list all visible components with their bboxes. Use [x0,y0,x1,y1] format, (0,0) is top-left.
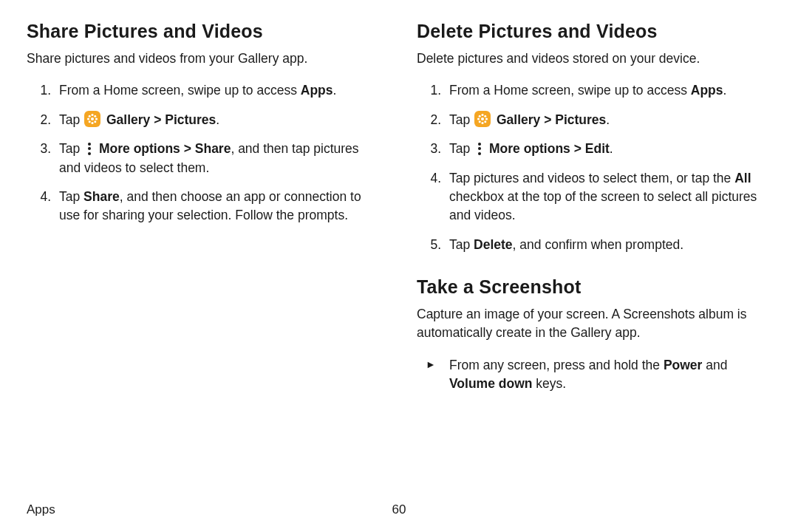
text: Tap [449,237,474,252]
bold-pictures: Pictures [165,112,216,127]
delete-step-5: Tap Delete, and confirm when prompted. [445,236,771,254]
text: > [180,141,195,156]
delete-steps: From a Home screen, swipe up to access A… [417,81,771,254]
bold-all: All [734,171,751,185]
screenshot-step-1: From any screen, press and hold the Powe… [445,356,771,394]
bold-power: Power [664,358,703,372]
svg-point-6 [94,115,96,117]
delete-step-3: Tap More options > Edit. [445,140,771,158]
svg-point-2 [91,122,93,124]
share-intro: Share pictures and videos from your Gall… [27,50,381,68]
svg-point-0 [91,117,94,120]
bold-apps: Apps [691,83,723,98]
text: . [606,112,610,127]
text: keys. [532,376,566,391]
text: Tap [59,141,83,156]
svg-point-17 [484,120,486,123]
screenshot-intro: Capture an image of your screen. A Scree… [417,305,771,343]
svg-point-8 [94,120,96,123]
more-options-icon [84,140,95,155]
text: . [216,112,219,127]
text: . [610,141,613,156]
text: > [150,112,165,127]
bold-apps: Apps [301,83,333,98]
footer-page-number: 60 [392,502,406,517]
text: Tap [59,112,83,127]
screenshot-steps: From any screen, press and hold the Powe… [417,356,771,394]
svg-point-11 [481,122,483,124]
gallery-icon [84,111,100,127]
text: Tap [449,112,474,127]
page-footer: Apps 60 [27,502,771,517]
svg-point-7 [89,120,91,123]
svg-point-9 [481,117,484,120]
svg-point-16 [479,120,481,123]
share-heading: Share Pictures and Videos [27,21,381,42]
text: > [570,141,585,156]
share-steps: From a Home screen, swipe up to access A… [27,81,381,225]
svg-point-3 [87,117,89,120]
bold-pictures: Pictures [555,112,606,127]
bold-share: Share [83,189,120,204]
text: , and confirm when prompted. [513,237,684,252]
svg-point-4 [95,117,98,120]
bold-more-options: More options [99,141,180,156]
right-column: Delete Pictures and Videos Delete pictur… [417,21,771,416]
delete-step-2: Tap Gallery > Pictures. [445,111,771,129]
text: > [540,112,555,127]
bold-gallery: Gallery [106,112,150,127]
text: From a Home screen, swipe up to access [59,83,301,98]
delete-step-1: From a Home screen, swipe up to access A… [445,81,771,100]
svg-point-15 [484,115,486,117]
delete-intro: Delete pictures and videos stored on you… [417,50,771,68]
svg-point-5 [89,115,91,117]
text: Tap [449,141,474,156]
text: Tap pictures and videos to select them, … [449,171,734,185]
delete-heading: Delete Pictures and Videos [417,21,771,42]
delete-step-4: Tap pictures and videos to select them, … [445,169,771,225]
text: From any screen, press and hold the [449,358,664,372]
share-section: Share Pictures and Videos Share pictures… [27,21,381,225]
gallery-icon [474,111,491,127]
bold-volume-down: Volume down [449,376,532,391]
svg-point-14 [479,115,481,117]
bold-share: Share [195,141,231,156]
text: checkbox at the top of the screen to sel… [449,189,757,222]
footer-section-label: Apps [27,502,55,517]
delete-section: Delete Pictures and Videos Delete pictur… [417,21,771,254]
svg-point-13 [485,117,488,120]
share-step-2: Tap Gallery > Pictures. [55,111,381,129]
share-step-3: Tap More options > Share, and then tap p… [55,140,381,177]
share-step-1: From a Home screen, swipe up to access A… [55,81,381,100]
svg-point-1 [91,114,93,116]
bold-delete: Delete [474,237,513,252]
bold-edit: Edit [585,141,610,156]
text: From a Home screen, swipe up to access [449,83,691,98]
bold-more-options: More options [489,141,570,156]
screenshot-section: Take a Screenshot Capture an image of yo… [417,276,771,394]
text: . [333,83,337,98]
text: . [723,83,727,98]
left-column: Share Pictures and Videos Share pictures… [27,21,381,416]
manual-page: Share Pictures and Videos Share pictures… [0,0,798,416]
svg-point-10 [481,114,483,116]
text: Tap [59,189,83,204]
svg-point-12 [477,117,480,120]
share-step-4: Tap Share, and then choose an app or con… [55,188,381,225]
text: and [702,358,727,372]
bold-gallery: Gallery [497,112,540,127]
more-options-icon [474,140,485,155]
screenshot-heading: Take a Screenshot [417,276,771,298]
